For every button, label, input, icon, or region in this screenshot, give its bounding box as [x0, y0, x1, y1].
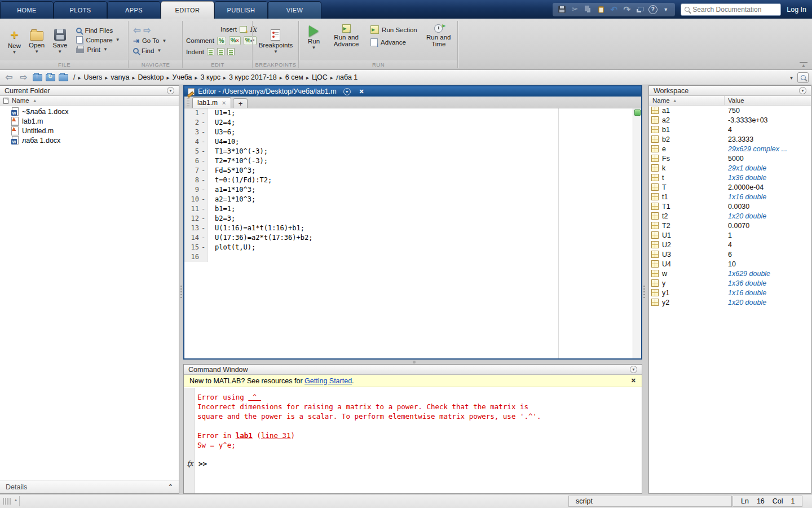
tab-lab1m[interactable]: lab1.m ✕	[192, 97, 231, 108]
panel-menu-icon[interactable]: ▼	[343, 88, 351, 95]
collapse-ribbon-icon[interactable]: ▲	[800, 62, 807, 68]
error-link[interactable]: lab1	[236, 431, 253, 440]
undo-icon[interactable]	[609, 5, 619, 14]
back-icon[interactable]: ⇦	[133, 27, 140, 34]
compare-button[interactable]: Compare▼	[76, 36, 120, 43]
editor-commandwindow-splitter[interactable]	[183, 360, 642, 364]
command-window-body[interactable]: Error using ^ Incorrect dimensions for r…	[184, 388, 642, 493]
left-splitter[interactable]	[179, 85, 183, 494]
variable-row[interactable]: U24	[649, 240, 811, 249]
redo-icon[interactable]	[622, 5, 632, 14]
open-button[interactable]: Open▼	[25, 27, 48, 54]
comment-icon[interactable]: %	[217, 37, 226, 45]
up-folder-icon[interactable]	[33, 74, 42, 81]
panel-menu-icon[interactable]: ▼	[799, 87, 806, 94]
variable-row[interactable]: U410	[649, 259, 811, 269]
menu-tab-plots[interactable]: PLOTS	[54, 1, 107, 19]
find-files-button[interactable]: Find Files	[76, 27, 120, 34]
window-icon[interactable]	[635, 5, 645, 14]
file-row[interactable]: lab1.m	[0, 116, 179, 126]
close-tab-icon[interactable]: ✕	[222, 100, 226, 106]
variable-row[interactable]: T2.0000e-04	[649, 182, 811, 192]
breadcrumb-segment[interactable]: 6 сем	[284, 73, 305, 82]
menu-tab-editor[interactable]: EDITOR	[161, 1, 214, 19]
variable-row[interactable]: k29x1 double	[649, 163, 811, 173]
panel-menu-icon[interactable]: ▼	[167, 87, 174, 94]
error-link[interactable]: ^	[248, 393, 261, 401]
menu-tab-publish[interactable]: PUBLISH	[214, 1, 268, 19]
variable-row[interactable]: t1x36 double	[649, 173, 811, 182]
file-row[interactable]: ~$лаба 1.docx	[0, 107, 179, 116]
variable-row[interactable]: w1x629 double	[649, 269, 811, 278]
command-prompt[interactable]: >>	[198, 459, 207, 468]
help-icon[interactable]	[648, 5, 657, 14]
indent-left-icon[interactable]	[227, 48, 235, 55]
breadcrumb-segment[interactable]: 3 курс	[199, 73, 222, 82]
breadcrumb-segment[interactable]: Учеба	[170, 73, 193, 82]
cut-icon[interactable]	[570, 5, 580, 14]
variable-row[interactable]: e29x629 complex ...	[649, 144, 811, 154]
variable-row[interactable]: b223.3333	[649, 134, 811, 144]
goto-button[interactable]: ⇥ Go To▼	[133, 37, 166, 45]
insert-section-icon[interactable]	[240, 26, 247, 33]
breadcrumb-segment[interactable]: лаба 1	[334, 73, 360, 82]
paste-icon[interactable]	[596, 5, 606, 14]
breadcrumb-segment[interactable]: ЦОС	[310, 73, 329, 82]
breadcrumb-segment[interactable]: vanya	[109, 73, 131, 82]
copy-icon[interactable]	[583, 5, 593, 14]
resize-grip-icon[interactable]	[3, 498, 12, 505]
address-dropdown-icon[interactable]	[790, 73, 793, 81]
menu-tab-apps[interactable]: APPS	[107, 1, 161, 19]
breadcrumb-segment[interactable]: Desktop	[136, 73, 166, 82]
save-button[interactable]: Save▼	[49, 27, 70, 54]
error-link[interactable]: line 31	[261, 431, 291, 440]
variable-row[interactable]: t11x16 double	[649, 192, 811, 202]
code-area[interactable]: 1-U1=1;2-U2=4;3-U3=6;4-U4=10;5-T1=3*10^(…	[184, 108, 641, 358]
variable-row[interactable]: y11x16 double	[649, 288, 811, 297]
find-button[interactable]: Find▼	[133, 47, 166, 54]
variable-row[interactable]: U36	[649, 249, 811, 259]
search-documentation-box[interactable]	[681, 3, 781, 16]
name-column-header[interactable]: Name ▲	[0, 96, 179, 106]
new-button[interactable]: + New▼	[5, 27, 24, 54]
variable-row[interactable]: t21x20 double	[649, 211, 811, 221]
print-button[interactable]: Print▼	[76, 46, 120, 53]
variable-row[interactable]: T20.0070	[649, 221, 811, 230]
fx-icon[interactable]: fx	[185, 459, 195, 467]
close-banner-icon[interactable]: ✕	[631, 377, 636, 384]
file-row[interactable]: Untitled.m	[0, 126, 179, 135]
file-row[interactable]: лаба 1.docx	[0, 135, 179, 145]
variable-row[interactable]: Fs5000	[649, 154, 811, 163]
smart-indent-icon[interactable]	[207, 48, 214, 55]
run-section-button[interactable]: Run Section	[370, 25, 417, 34]
breadcrumb-segment[interactable]: /	[72, 73, 77, 82]
variable-row[interactable]: a1750	[649, 106, 811, 115]
menu-tab-home[interactable]: HOME	[0, 1, 54, 19]
browse-folder-icon[interactable]	[46, 74, 55, 81]
run-button[interactable]: Run ▼	[304, 22, 323, 50]
indent-right-icon[interactable]	[217, 48, 224, 55]
variable-row[interactable]: b14	[649, 125, 811, 134]
workspace-name-column[interactable]: Name ▲	[649, 96, 725, 105]
uncomment-icon[interactable]: %	[229, 36, 241, 45]
dropdown-icon[interactable]	[661, 5, 670, 14]
variable-row[interactable]: y21x20 double	[649, 297, 811, 307]
breakpoints-button[interactable]: Breakpoints ▼	[255, 27, 297, 54]
run-and-advance-button[interactable]: Run and Advance	[329, 22, 364, 47]
workspace-value-column[interactable]: Value	[725, 97, 744, 104]
close-icon[interactable]: ✕	[359, 88, 364, 95]
variable-row[interactable]: U11	[649, 230, 811, 240]
search-documentation-input[interactable]	[692, 6, 777, 14]
getting-started-link[interactable]: Getting Started	[304, 377, 352, 385]
login-button[interactable]: Log In	[787, 6, 806, 14]
advance-button[interactable]: Advance	[370, 38, 417, 46]
variable-row[interactable]: a2-3.3333e+03	[649, 115, 811, 125]
forward-icon[interactable]: ⇨	[18, 72, 29, 82]
folder-search-button[interactable]	[797, 72, 809, 83]
save-icon[interactable]	[557, 5, 567, 14]
variable-row[interactable]: T10.0030	[649, 202, 811, 211]
variable-row[interactable]: y1x36 double	[649, 278, 811, 288]
no-errors-indicator[interactable]	[634, 110, 641, 116]
breadcrumb-segment[interactable]: Users	[82, 73, 104, 82]
forward-icon[interactable]: ⇨	[143, 27, 151, 34]
